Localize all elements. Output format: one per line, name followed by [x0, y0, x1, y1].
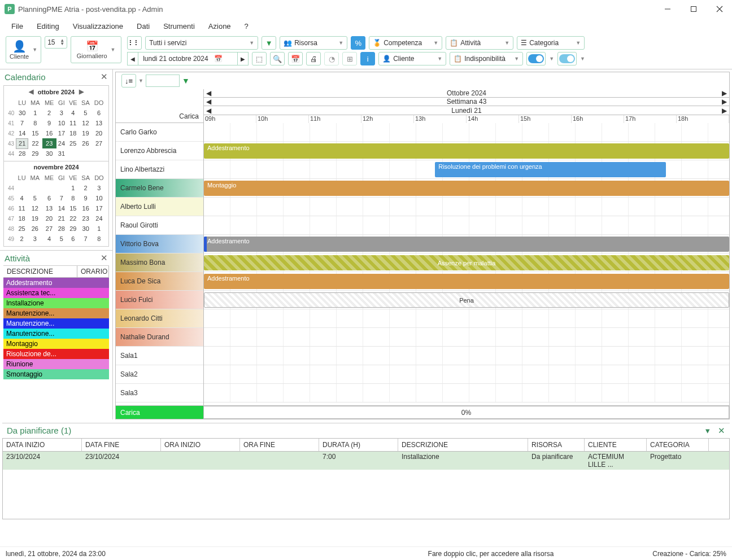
cal-prev[interactable]: ◀	[29, 88, 33, 95]
date-next[interactable]: ▶	[237, 52, 249, 65]
cal-day[interactable]: 8	[28, 118, 42, 128]
menu-strumenti[interactable]: Strumenti	[158, 20, 201, 33]
resource-row[interactable]: Sala1	[116, 347, 203, 365]
cal-day[interactable]: 22	[67, 213, 79, 224]
activity-item[interactable]: Montaggio	[3, 339, 109, 349]
menu-dati[interactable]: Dati	[131, 20, 155, 33]
gantt-row[interactable]: Pena	[204, 291, 729, 309]
menu-azione[interactable]: Azione	[203, 20, 237, 33]
cal-day[interactable]: 17	[92, 203, 106, 213]
services-dropdown[interactable]: Tutti i servizi▼	[145, 36, 258, 50]
close-icon[interactable]: ✕	[718, 426, 725, 435]
cal-day[interactable]: 15	[67, 203, 79, 213]
cal-day[interactable]: 20	[42, 213, 56, 224]
gantt-row[interactable]: Risoluzione dei problemi con urgenza	[204, 160, 729, 179]
cal-day[interactable]	[92, 148, 106, 159]
cal-day[interactable]: 25	[67, 138, 79, 148]
cal-day[interactable]: 2	[42, 108, 56, 118]
activity-item[interactable]: Manutenzione...	[3, 308, 109, 318]
giornaliero-button[interactable]: 📅 Giornaliero ▼	[71, 36, 121, 63]
cal-day[interactable]	[16, 183, 28, 193]
cal-day[interactable]: 5	[28, 193, 42, 203]
cal-day[interactable]: 29	[67, 224, 79, 234]
activity-item[interactable]: Installazione	[3, 298, 109, 308]
cal-day[interactable]: 4	[67, 108, 79, 118]
gantt-row[interactable]: Montaggio	[204, 179, 729, 198]
resource-row[interactable]: Raoul Girotti	[116, 216, 203, 235]
cal-day[interactable]: 15	[28, 128, 42, 138]
cal-day[interactable]: 5	[79, 108, 91, 118]
gantt-row[interactable]: Addestramento	[204, 272, 729, 291]
cliente-dropdown[interactable]: 👤Cliente▼	[378, 52, 446, 65]
cal-day[interactable]: 23	[79, 213, 91, 224]
gantt-row[interactable]: Assenze per malattia	[204, 253, 729, 272]
resource-row[interactable]: Carmelo Bene	[116, 179, 203, 198]
resource-row[interactable]: Vittorio Bova	[116, 235, 203, 253]
cal-day[interactable]: 24	[92, 213, 106, 224]
minimize-button[interactable]	[660, 3, 676, 15]
menu-file[interactable]: File	[6, 20, 29, 33]
cal-day[interactable]: 6	[67, 234, 79, 244]
cal-day[interactable]: 26	[28, 224, 42, 234]
resource-row[interactable]: Lino Albertazzi	[116, 160, 203, 179]
cal-day[interactable]: 2	[16, 234, 28, 244]
day-header[interactable]: ◀Lunedì 21▶	[204, 106, 729, 115]
cal-day[interactable]	[67, 148, 79, 159]
cal-day[interactable]: 26	[79, 138, 91, 148]
cal-day[interactable]: 27	[42, 224, 56, 234]
categoria-dropdown[interactable]: ☰Categoria▼	[517, 36, 585, 50]
activity-item[interactable]: Addestramento	[3, 278, 109, 288]
attivita-dropdown[interactable]: 📋Attività▼	[446, 36, 513, 50]
task-bar[interactable]: Addestramento	[204, 143, 729, 159]
cal-day[interactable]: 13	[92, 118, 106, 128]
table-row[interactable]: 23/10/202423/10/20247:00InstallazioneDa …	[3, 452, 729, 470]
date-prev[interactable]: ◀	[127, 52, 138, 65]
cal-day[interactable]: 19	[79, 128, 91, 138]
task-bar[interactable]: Assenze per malattia	[204, 255, 729, 270]
cal-day[interactable]: 3	[56, 108, 67, 118]
resource-row[interactable]: Lucio Fulci	[116, 291, 203, 309]
cliente-button[interactable]: 👤 Cliente ▼	[6, 36, 41, 63]
cal-day[interactable]: 17	[56, 128, 67, 138]
select-rect-icon[interactable]: ⬚	[252, 52, 267, 65]
count-spinner[interactable]: 15 ▲▼	[45, 36, 67, 49]
gantt-search-input[interactable]	[146, 75, 180, 87]
cal-day[interactable]: 30	[79, 224, 91, 234]
cal-day[interactable]: 1	[92, 224, 106, 234]
activity-item[interactable]: Riunione	[3, 359, 109, 369]
resource-row[interactable]: Leonardo Citti	[116, 309, 203, 328]
cal-day[interactable]: 6	[92, 108, 106, 118]
dropdown-icon[interactable]: ▾	[705, 426, 710, 435]
task-bar[interactable]: Pena	[204, 292, 729, 308]
gantt-row[interactable]	[204, 365, 729, 384]
toggle-2[interactable]	[557, 52, 577, 65]
maximize-button[interactable]	[686, 3, 702, 15]
resource-row[interactable]: Nathalie Durand	[116, 328, 203, 347]
resource-row[interactable]: Massimo Bona	[116, 253, 203, 272]
cal-day[interactable]: 11	[16, 203, 28, 213]
cal-day[interactable]: 1	[67, 183, 79, 193]
cal-day[interactable]: 31	[56, 148, 67, 159]
gantt-row[interactable]: Addestramento	[204, 235, 729, 253]
close-icon[interactable]: ✕	[101, 72, 108, 82]
cal-day[interactable]: 3	[28, 234, 42, 244]
cal-day[interactable]: 22	[28, 138, 42, 148]
risorsa-dropdown[interactable]: 👥Risorsa▼	[280, 36, 347, 50]
indisponibilita-dropdown[interactable]: 📋Indisponibilità▼	[450, 52, 523, 65]
cal-day[interactable]: 18	[16, 213, 28, 224]
activity-item[interactable]: Assistenza tec...	[3, 288, 109, 298]
cal-day[interactable]: 4	[16, 193, 28, 203]
competenza-dropdown[interactable]: 🏅Competenza▼	[369, 36, 442, 50]
cal-day[interactable]: 24	[56, 138, 67, 148]
gantt-row[interactable]: Addestramento	[204, 142, 729, 160]
resource-row[interactable]: Carlo Garko	[116, 123, 203, 142]
gantt-row[interactable]	[204, 198, 729, 216]
cal-day[interactable]: 21	[16, 138, 28, 148]
cal-next[interactable]: ▶	[79, 88, 84, 95]
activity-item[interactable]: Risoluzione de...	[3, 349, 109, 359]
toggle-1[interactable]	[526, 52, 546, 65]
resource-row[interactable]: Sala2	[116, 365, 203, 384]
activity-item[interactable]: Manutenzione...	[3, 318, 109, 329]
cal-day[interactable]	[79, 148, 91, 159]
percent-icon[interactable]: %	[351, 36, 365, 50]
